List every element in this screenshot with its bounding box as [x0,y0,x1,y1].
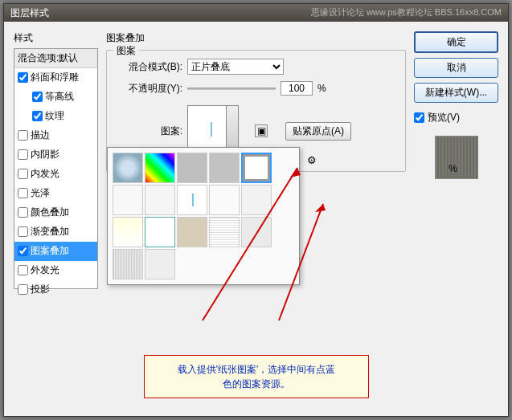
style-checkbox[interactable] [18,169,28,179]
style-checkbox[interactable] [32,92,43,102]
style-label: 光泽 [31,186,50,200]
style-item[interactable]: 光泽 [14,184,97,203]
style-list: 混合选项:默认 斜面和浮雕等高线纹理描边内阴影内发光光泽颜色叠加渐变叠加图案叠加… [14,48,98,289]
style-checkbox[interactable] [18,72,28,83]
blend-options-item[interactable]: 混合选项:默认 [14,49,97,68]
pattern-thumb[interactable] [113,185,143,215]
style-checkbox[interactable] [18,246,28,256]
titlebar[interactable]: 图层样式 思缘设计论坛 www.ps教程论坛 BBS.16xx8.COM [4,4,508,22]
style-checkbox[interactable] [18,265,28,275]
svg-line-0 [203,168,297,320]
style-item[interactable]: 等高线 [14,88,97,107]
style-item[interactable]: 纹理 [14,107,97,126]
pattern-thumb[interactable] [113,217,143,247]
style-label: 等高线 [45,90,74,104]
style-label: 纹理 [45,109,64,123]
style-item[interactable]: 外发光 [14,261,97,280]
style-label: 描边 [31,128,50,142]
style-item[interactable]: 渐变叠加 [14,222,97,242]
cancel-button[interactable]: 取消 [414,58,498,78]
blend-mode-select[interactable]: 正片叠底 [187,59,284,75]
group-title: 图案 [113,44,139,58]
annotation-arrows [154,80,379,336]
style-checkbox[interactable] [18,284,28,295]
style-label: 斜面和浮雕 [31,71,79,84]
ok-button[interactable]: 确定 [414,31,498,53]
layer-style-dialog: 图层样式 思缘设计论坛 www.ps教程论坛 BBS.16xx8.COM 样式 … [3,3,509,417]
style-item[interactable]: 图案叠加 [14,242,97,261]
annotation-box: 载入提供'纸张图案'，选择中间有点蓝 色的图案资源。 [144,355,369,398]
preview-toggle[interactable]: 预览(V) [414,111,498,124]
watermark: 思缘设计论坛 www.ps教程论坛 BBS.16xx8.COM [311,6,502,18]
style-label: 渐变叠加 [31,225,69,239]
svg-marker-1 [290,168,301,177]
mid-panel: 图案叠加 图案 混合模式(B): 正片叠底 不透明度(Y): % 图案: [106,31,406,406]
style-checkbox[interactable] [18,188,28,198]
left-panel: 样式 混合选项:默认 斜面和浮雕等高线纹理描边内阴影内发光光泽颜色叠加渐变叠加图… [14,31,98,406]
pattern-thumb[interactable] [113,249,143,279]
style-checkbox[interactable] [18,149,28,160]
preview-label: 预览(V) [428,111,460,124]
new-style-button[interactable]: 新建样式(W)... [414,83,498,103]
style-checkbox[interactable] [32,111,43,121]
right-panel: 确定 取消 新建样式(W)... 预览(V) [414,31,498,406]
svg-marker-3 [315,204,326,212]
blend-mode-label: 混合模式(B): [118,60,182,74]
style-label: 外发光 [31,263,59,277]
section-title: 图案叠加 [106,31,406,45]
style-label: 图案叠加 [31,244,69,258]
style-item[interactable]: 颜色叠加 [14,203,97,222]
style-item[interactable]: 投影 [14,280,97,300]
style-item[interactable]: 斜面和浮雕 [14,68,97,88]
style-checkbox[interactable] [18,226,28,237]
style-checkbox[interactable] [18,130,28,141]
style-label: 内发光 [31,167,59,181]
style-item[interactable]: 描边 [14,126,97,145]
style-label: 内阴影 [31,148,59,161]
preview-checkbox[interactable] [414,112,424,123]
style-label: 投影 [31,283,50,296]
style-label: 颜色叠加 [31,206,69,219]
svg-line-2 [279,204,323,320]
pattern-thumb[interactable] [113,153,143,183]
style-item[interactable]: 内发光 [14,165,97,184]
scale-unit: % [449,163,457,174]
style-checkbox[interactable] [18,207,28,218]
styles-header: 样式 [14,31,98,45]
style-item[interactable]: 内阴影 [14,145,97,165]
